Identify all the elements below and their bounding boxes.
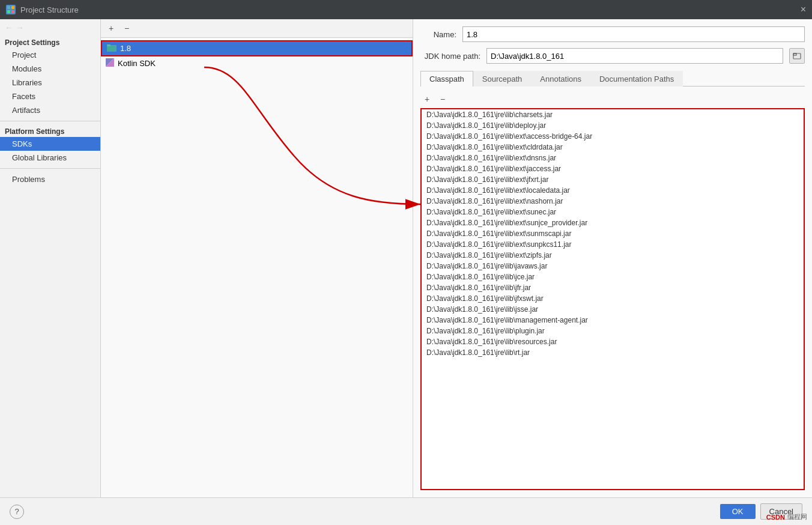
classpath-list-item[interactable]: D:\Java\jdk1.8.0_161\jre\lib\ext\jaccess… (422, 163, 804, 174)
sdk-item-kotlin-label: Kotlin SDK (118, 59, 156, 68)
sidebar-item-modules-label: Modules (12, 64, 41, 73)
close-button[interactable]: × (801, 5, 806, 14)
sidebar-divider-2 (0, 168, 100, 169)
jdk-path-row: JDK home path: (420, 48, 805, 64)
classpath-list: D:\Java\jdk1.8.0_161\jre\lib\charsets.ja… (420, 108, 805, 490)
watermark-brand: 编程网 (787, 512, 807, 521)
sidebar-item-libraries-label: Libraries (12, 78, 42, 87)
name-row: Name: (420, 26, 805, 42)
remove-sdk-button[interactable]: − (120, 22, 133, 35)
svg-rect-6 (107, 44, 111, 46)
sidebar-item-modules[interactable]: Modules (0, 62, 100, 76)
sidebar-item-artifacts[interactable]: Artifacts (0, 103, 100, 117)
bottom-bar: ? OK Cancel CSDN 编程网 (0, 497, 812, 525)
center-panel: + − 1.8 (101, 19, 413, 497)
sidebar-item-artifacts-label: Artifacts (12, 106, 40, 115)
help-button[interactable]: ? (10, 505, 24, 519)
classpath-list-item[interactable]: D:\Java\jdk1.8.0_161\jre\lib\ext\localed… (422, 185, 804, 196)
center-toolbar: + − (101, 19, 413, 38)
right-panel: Name: JDK home path: Classpath (413, 19, 812, 497)
classpath-list-item[interactable]: D:\Java\jdk1.8.0_161\jre\lib\ext\access-… (422, 131, 804, 142)
name-label: Name: (420, 30, 456, 39)
project-settings-label: Project Settings (0, 36, 100, 48)
jdk-path-label: JDK home path: (420, 52, 480, 61)
classpath-list-item[interactable]: D:\Java\jdk1.8.0_161\jre\lib\ext\sunjce_… (422, 217, 804, 228)
svg-rect-9 (793, 53, 801, 59)
classpath-list-item[interactable]: D:\Java\jdk1.8.0_161\jre\lib\jfxswt.jar (422, 293, 804, 304)
classpath-list-item[interactable]: D:\Java\jdk1.8.0_161\jre\lib\ext\cldrdat… (422, 142, 804, 153)
name-input[interactable] (462, 26, 805, 42)
sidebar-item-facets[interactable]: Facets (0, 90, 100, 103)
sidebar: ← → Project Settings Project Modules Lib… (0, 19, 101, 497)
sdk-list: 1.8 Kotlin SDK (101, 38, 413, 497)
classpath-list-item[interactable]: D:\Java\jdk1.8.0_161\jre\lib\ext\dnsns.j… (422, 153, 804, 163)
kotlin-sdk-icon (106, 58, 114, 68)
main-content: ← → Project Settings Project Modules Lib… (0, 19, 812, 497)
sidebar-item-facets-label: Facets (12, 92, 35, 101)
classpath-list-item[interactable]: D:\Java\jdk1.8.0_161\jre\lib\ext\jfxrt.j… (422, 174, 804, 185)
title-bar-left: Project Structure (6, 5, 79, 14)
svg-rect-0 (7, 6, 10, 9)
sidebar-item-global-libraries[interactable]: Global Libraries (0, 151, 100, 165)
add-sdk-button[interactable]: + (105, 22, 118, 35)
nav-arrows: ← → (0, 19, 100, 36)
sdk-item-kotlin[interactable]: Kotlin SDK (101, 56, 413, 70)
sidebar-item-sdks-label: SDKs (12, 139, 32, 148)
sidebar-item-sdks[interactable]: SDKs (0, 137, 100, 151)
platform-settings-label: Platform Settings (0, 125, 100, 137)
tabs-bar: Classpath Sourcepath Annotations Documen… (420, 71, 805, 86)
classpath-list-item[interactable]: D:\Java\jdk1.8.0_161\jre\lib\ext\sunmsca… (422, 228, 804, 239)
classpath-remove-button[interactable]: − (436, 93, 449, 106)
classpath-list-item[interactable]: D:\Java\jdk1.8.0_161\jre\lib\ext\zipfs.j… (422, 250, 804, 261)
jdk-path-browse-button[interactable] (789, 48, 805, 64)
classpath-list-item[interactable]: D:\Java\jdk1.8.0_161\jre\lib\ext\sunpkcs… (422, 239, 804, 250)
dialog-title: Project Structure (20, 5, 79, 14)
classpath-list-item[interactable]: D:\Java\jdk1.8.0_161\jre\lib\jfr.jar (422, 282, 804, 293)
classpath-list-item[interactable]: D:\Java\jdk1.8.0_161\jre\lib\management-… (422, 315, 804, 326)
classpath-list-item[interactable]: D:\Java\jdk1.8.0_161\jre\lib\plugin.jar (422, 326, 804, 336)
nav-back-button[interactable]: ← (5, 23, 13, 32)
nav-forward-button[interactable]: → (16, 23, 24, 32)
tab-classpath[interactable]: Classpath (420, 71, 473, 86)
svg-rect-1 (11, 6, 14, 9)
sidebar-divider (0, 121, 100, 121)
watermark: CSDN 编程网 (766, 512, 807, 521)
sidebar-item-project-label: Project (12, 50, 36, 59)
classpath-list-item[interactable]: D:\Java\jdk1.8.0_161\jre\lib\resources.j… (422, 336, 804, 347)
sidebar-item-problems-label: Problems (12, 175, 45, 184)
sdk-item-1-8-label: 1.8 (120, 44, 131, 53)
classpath-list-item[interactable]: D:\Java\jdk1.8.0_161\jre\lib\charsets.ja… (422, 109, 804, 120)
sidebar-item-project[interactable]: Project (0, 48, 100, 62)
classpath-add-button[interactable]: + (420, 93, 434, 106)
sdk-folder-icon (107, 43, 117, 53)
svg-rect-2 (7, 10, 10, 13)
tab-sourcepath[interactable]: Sourcepath (473, 71, 532, 86)
sidebar-item-libraries[interactable]: Libraries (0, 76, 100, 90)
ok-button[interactable]: OK (720, 504, 756, 519)
app-icon (6, 5, 16, 14)
sidebar-item-problems[interactable]: Problems (0, 172, 100, 186)
sdk-item-1-8[interactable]: 1.8 (101, 40, 413, 56)
tab-annotations[interactable]: Annotations (531, 71, 590, 86)
svg-rect-3 (11, 10, 14, 13)
classpath-list-item[interactable]: D:\Java\jdk1.8.0_161\jre\lib\rt.jar (422, 347, 804, 358)
classpath-list-item[interactable]: D:\Java\jdk1.8.0_161\jre\lib\jsse.jar (422, 304, 804, 315)
tab-documentation-paths[interactable]: Documentation Paths (590, 71, 683, 86)
classpath-list-item[interactable]: D:\Java\jdk1.8.0_161\jre\lib\ext\nashorn… (422, 196, 804, 207)
classpath-toolbar: + − (420, 90, 805, 108)
classpath-panel: + − D:\Java\jdk1.8.0_161\jre\lib\charset… (420, 90, 805, 490)
classpath-list-item[interactable]: D:\Java\jdk1.8.0_161\jre\lib\ext\sunec.j… (422, 207, 804, 217)
jdk-path-input[interactable] (486, 48, 783, 64)
classpath-list-item[interactable]: D:\Java\jdk1.8.0_161\jre\lib\javaws.jar (422, 261, 804, 272)
sidebar-item-global-libraries-label: Global Libraries (12, 153, 67, 162)
watermark-csdn: CSDN (766, 514, 785, 521)
title-bar: Project Structure × (0, 0, 812, 19)
project-structure-dialog: Project Structure × ← → Project Settings… (0, 0, 812, 525)
classpath-list-item[interactable]: D:\Java\jdk1.8.0_161\jre\lib\jce.jar (422, 272, 804, 282)
classpath-list-item[interactable]: D:\Java\jdk1.8.0_161\jre\lib\deploy.jar (422, 120, 804, 131)
